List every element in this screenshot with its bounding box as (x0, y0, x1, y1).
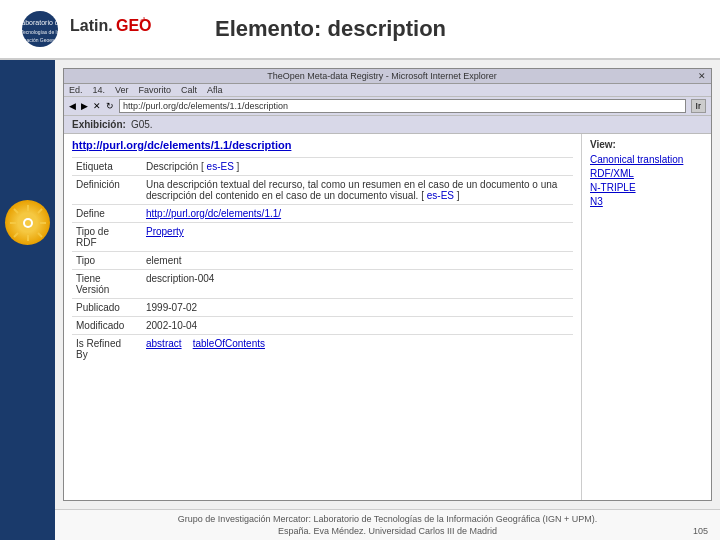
table-row: Etiqueta Descripción [ es-ES ] (72, 158, 573, 176)
page-number: 105 (693, 526, 708, 536)
label-version: TieneVersión (72, 270, 142, 299)
value-tipo-rdf: Property (142, 223, 573, 252)
table-row: Tipo element (72, 252, 573, 270)
n3-link[interactable]: N3 (590, 196, 703, 207)
sun-icon (8, 203, 48, 243)
svg-line-13 (38, 233, 42, 237)
menu-edit[interactable]: 14. (93, 85, 106, 95)
exhibition-value: G05. (131, 119, 153, 130)
menu-view[interactable]: Ver (115, 85, 129, 95)
page-left: http://purl.org/dc/elements/1.1/descript… (64, 134, 581, 500)
browser-menubar: Ed. 14. Ver Favorito Calt Afla (64, 84, 711, 97)
nav-go[interactable]: Ir (691, 99, 707, 113)
nav-back[interactable]: ◀ (69, 101, 76, 111)
svg-text:Laboratorio de: Laboratorio de (20, 19, 63, 26)
menu-tools[interactable]: Calt (181, 85, 197, 95)
table-row: Modificado 2002-10-04 (72, 317, 573, 335)
sidebar-logo (5, 200, 50, 245)
page-title: Elemento: description (215, 16, 446, 42)
value-tipo: element (142, 252, 573, 270)
page-subheader: Exhibición: G05. (64, 116, 711, 134)
menu-help[interactable]: Afla (207, 85, 223, 95)
resource-url[interactable]: http://purl.org/dc/elements/1.1/descript… (72, 139, 573, 151)
svg-line-15 (14, 233, 18, 237)
table-row: Publicado 1999-07-02 (72, 299, 573, 317)
browser-close-icon[interactable]: ✕ (698, 71, 706, 81)
value-etiqueta: Descripción [ es-ES ] (142, 158, 573, 176)
nav-stop[interactable]: ✕ (93, 101, 101, 111)
label-publicado: Publicado (72, 299, 142, 317)
label-refined-by: Is RefinedBy (72, 335, 142, 364)
svg-line-12 (14, 209, 18, 213)
svg-text:Información Geoespacial: Información Geoespacial (20, 37, 68, 43)
browser-titlebar: TheOpen Meta-data Registry - Microsoft I… (64, 69, 711, 84)
main-area: TheOpen Meta-data Registry - Microsoft I… (0, 60, 720, 540)
page-right: View: Canonical translation RDF/XML N-TR… (581, 134, 711, 500)
page-body: http://purl.org/dc/elements/1.1/descript… (64, 134, 711, 500)
value-modificado: 2002-10-04 (142, 317, 573, 335)
value-define: http://purl.org/dc/elements/1.1/ (142, 205, 573, 223)
lang-link-definicion[interactable]: es-ES (427, 190, 454, 201)
label-etiqueta: Etiqueta (72, 158, 142, 176)
svg-text:Latin.: Latin. (70, 17, 113, 34)
svg-text:Tecnologías de la: Tecnologías de la (21, 29, 60, 35)
nav-refresh[interactable]: ↻ (106, 101, 114, 111)
logo-svg: Laboratorio de Tecnologías de la Informa… (20, 9, 175, 49)
content-area: TheOpen Meta-data Registry - Microsoft I… (55, 60, 720, 540)
menu-file[interactable]: Ed. (69, 85, 83, 95)
table-row: Is RefinedBy abstract tableOfContents (72, 335, 573, 364)
value-refined-by: abstract tableOfContents (142, 335, 573, 364)
table-row: Definición Una descripción textual del r… (72, 176, 573, 205)
refined-abstract-link[interactable]: abstract (146, 338, 182, 349)
address-bar[interactable]: http://purl.org/dc/elements/1.1/descript… (119, 99, 686, 113)
label-tipo: Tipo (72, 252, 142, 270)
svg-line-14 (38, 209, 42, 213)
svg-text:♂: ♂ (139, 14, 147, 25)
footer-line1: Grupo de Investigación Mercator: Laborat… (63, 514, 712, 524)
info-table: Etiqueta Descripción [ es-ES ] Definició… (72, 157, 573, 363)
label-modificado: Modificado (72, 317, 142, 335)
canonical-translation-link[interactable]: Canonical translation (590, 154, 703, 165)
define-link[interactable]: http://purl.org/dc/elements/1.1/ (146, 208, 281, 219)
svg-point-17 (25, 220, 31, 226)
rdf-xml-link[interactable]: RDF/XML (590, 168, 703, 179)
browser-toolbar: ◀ ▶ ✕ ↻ http://purl.org/dc/elements/1.1/… (64, 97, 711, 116)
label-definicion: Definición (72, 176, 142, 205)
nav-forward[interactable]: ▶ (81, 101, 88, 111)
view-header: View: (590, 139, 703, 150)
label-tipo-rdf: Tipo deRDF (72, 223, 142, 252)
browser-mockup: TheOpen Meta-data Registry - Microsoft I… (63, 68, 712, 501)
footer: Grupo de Investigación Mercator: Laborat… (55, 509, 720, 540)
footer-line2: España. Eva Méndez. Universidad Carlos I… (63, 526, 712, 536)
table-row: TieneVersión description-004 (72, 270, 573, 299)
table-row: Define http://purl.org/dc/elements/1.1/ (72, 205, 573, 223)
exhibition-label: Exhibición: (72, 119, 126, 130)
n-triple-link[interactable]: N-TRIPLE (590, 182, 703, 193)
refined-tableofcontents-link[interactable]: tableOfContents (193, 338, 265, 349)
header: Laboratorio de Tecnologías de la Informa… (0, 0, 720, 60)
value-definicion: Una descripción textual del recurso, tal… (142, 176, 573, 205)
lang-link-etiqueta[interactable]: es-ES (207, 161, 234, 172)
value-version: description-004 (142, 270, 573, 299)
tipo-rdf-link[interactable]: Property (146, 226, 184, 237)
browser-title: TheOpen Meta-data Registry - Microsoft I… (69, 71, 695, 81)
menu-favorites[interactable]: Favorito (139, 85, 172, 95)
label-define: Define (72, 205, 142, 223)
table-row: Tipo deRDF Property (72, 223, 573, 252)
sidebar-left (0, 60, 55, 540)
logo: Laboratorio de Tecnologías de la Informa… (20, 9, 175, 49)
value-publicado: 1999-07-02 (142, 299, 573, 317)
